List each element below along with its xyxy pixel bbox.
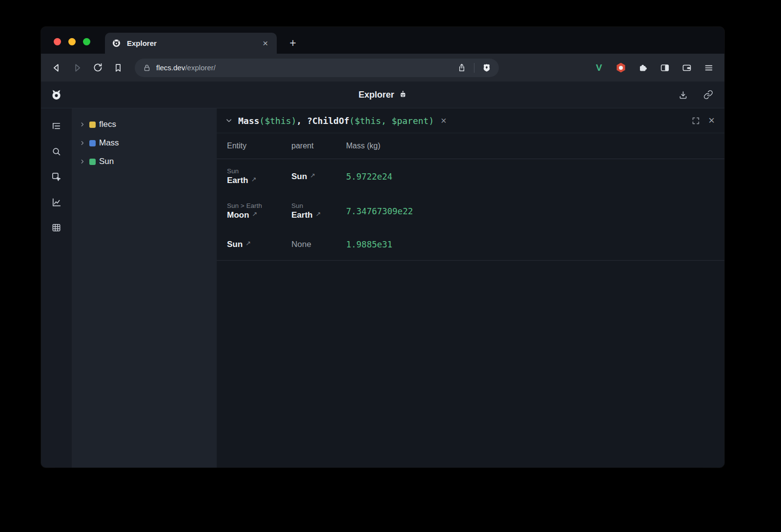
link-icon[interactable] [701,87,716,102]
mass-cell: 5.9722e24 [346,159,724,194]
entity-cell: Sun Earth↗ [227,159,291,194]
rail-chart-button[interactable] [48,193,65,211]
parent-link[interactable]: Sun [291,172,307,182]
tree-item-mass[interactable]: Mass [79,134,217,152]
url-text: flecs.dev/explorer/ [156,63,454,72]
rail-tree-button[interactable] [48,117,65,135]
page-title: Explorer [358,90,394,100]
bookmark-icon[interactable] [109,59,127,77]
wallet-icon[interactable] [679,60,695,76]
external-link-icon: ↗ [246,240,251,247]
extensions-cluster: V [591,60,717,76]
entity-color-swatch [89,159,96,165]
tree-item-sun[interactable]: Sun [79,152,217,171]
parent-cell: None [291,228,346,260]
rail-stats-button[interactable] [48,219,65,236]
external-link-icon: ↗ [315,210,321,218]
menu-icon[interactable] [701,60,717,76]
chevron-right-icon[interactable] [79,158,86,165]
reload-button[interactable] [89,59,106,77]
back-button[interactable] [48,59,65,77]
parent-cell: Sun Earth↗ [291,194,346,228]
rail-inspect-button[interactable] [48,168,65,185]
vue-devtools-icon[interactable]: V [591,60,607,76]
parent-cell: Sun↗ [291,159,346,194]
extensions-puzzle-icon[interactable] [635,60,651,76]
entity-link[interactable]: Moon [227,210,249,220]
query-bar: Mass($this), ?ChildOf($this, $parent) × … [217,108,724,133]
brave-shield-icon[interactable] [479,61,494,75]
chevron-right-icon[interactable] [79,140,86,146]
entity-path: Sun > Earth [227,202,291,209]
robot-icon [399,90,407,100]
sidebar-toggle-icon[interactable] [657,60,673,76]
download-icon[interactable] [676,87,690,102]
external-link-icon: ↗ [252,210,257,218]
query-bar-actions: × [691,115,715,126]
tab-title: Explorer [127,39,261,47]
mass-value: 7.34767309e22 [346,206,724,216]
close-query-icon[interactable]: × [708,115,715,126]
flecs-favicon [112,39,121,48]
query-panel: Mass($this), ?ChildOf($this, $parent) × … [217,108,724,468]
header-actions [676,87,716,102]
table-row: Sun↗ None 1.9885e31 [217,228,724,261]
explorer-header: Explorer [41,82,724,108]
tree-item-label: Mass [99,138,119,148]
tab-strip: Explorer × + [41,27,724,54]
results-header: Entity parent Mass (kg) [217,133,724,159]
column-header-mass: Mass (kg) [346,133,724,159]
column-header-entity: Entity [227,133,291,159]
forward-button[interactable] [68,59,86,77]
tree-item-flecs[interactable]: flecs [79,115,217,134]
fullscreen-icon[interactable] [691,116,700,125]
tab-close-icon[interactable]: × [261,38,270,49]
window-close-button[interactable] [54,38,61,45]
tree-item-label: Sun [99,157,114,166]
traffic-lights [54,38,90,45]
tree-item-label: flecs [99,120,116,129]
browser-window: Explorer × + flecs.dev/explorer/ [41,27,724,468]
rail-search-button[interactable] [48,143,65,160]
chevron-down-icon[interactable] [225,116,233,125]
table-row: Sun Earth↗ Sun↗ 5.9722e24 [217,159,724,194]
parent-link[interactable]: Earth [291,210,312,220]
url-bar-divider [474,63,474,73]
mass-cell: 1.9885e31 [346,228,724,260]
page-title-group: Explorer [41,90,724,100]
entity-link[interactable]: Sun [227,240,243,249]
explorer-content: flecs Mass Sun [41,108,724,468]
mass-cell: 7.34767309e22 [346,194,724,228]
entity-link[interactable]: Earth [227,176,248,185]
lock-icon [143,63,151,72]
mass-value: 5.9722e24 [346,172,724,182]
url-domain: flecs.dev [156,63,185,72]
external-link-icon: ↗ [310,172,315,179]
parent-none-label: None [291,240,346,249]
entity-tree: flecs Mass Sun [72,108,217,468]
chevron-right-icon[interactable] [79,121,86,128]
entity-cell: Sun > Earth Moon↗ [227,194,291,228]
new-tab-button[interactable]: + [286,36,300,50]
window-zoom-button[interactable] [83,38,90,45]
column-header-parent: parent [291,133,346,159]
entity-path: Sun [227,167,291,175]
icon-rail [41,108,72,468]
entity-color-swatch [89,122,96,128]
flecs-logo [50,88,63,102]
entity-cell: Sun↗ [227,228,291,260]
window-minimize-button[interactable] [68,38,76,45]
clear-query-icon[interactable]: × [441,116,447,125]
external-link-icon: ↗ [251,176,256,183]
table-row: Sun > Earth Moon↗ Sun Earth↗ 7.34767309e… [217,194,724,228]
mass-value: 1.9885e31 [346,240,724,249]
url-path: /explorer/ [185,63,216,72]
browser-toolbar: flecs.dev/explorer/ V [41,54,724,82]
entity-color-swatch [89,140,96,146]
share-icon[interactable] [454,61,469,75]
parent-path: Sun [291,202,346,209]
query-expression[interactable]: Mass($this), ?ChildOf($this, $parent) [238,116,434,126]
browser-tab-explorer[interactable]: Explorer × [105,33,277,54]
hexagon-extension-icon[interactable] [613,60,629,76]
address-bar[interactable]: flecs.dev/explorer/ [135,59,499,77]
